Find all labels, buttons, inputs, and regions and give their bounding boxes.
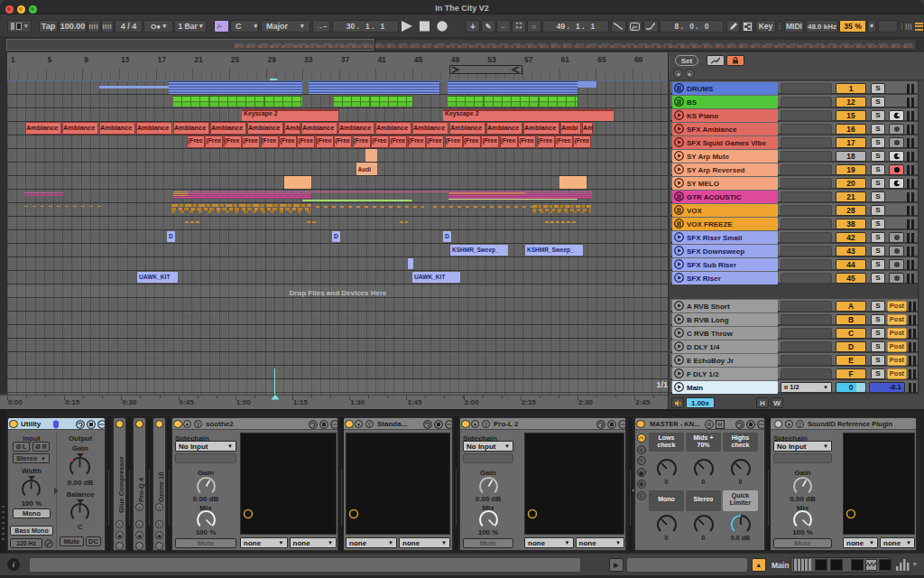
svg-text:Glue Compressor: Glue Compressor bbox=[116, 456, 125, 513]
svg-text:Ozone 10: Ozone 10 bbox=[156, 472, 164, 502]
svg-text:Pro-Q 4: Pro-Q 4 bbox=[136, 477, 144, 502]
